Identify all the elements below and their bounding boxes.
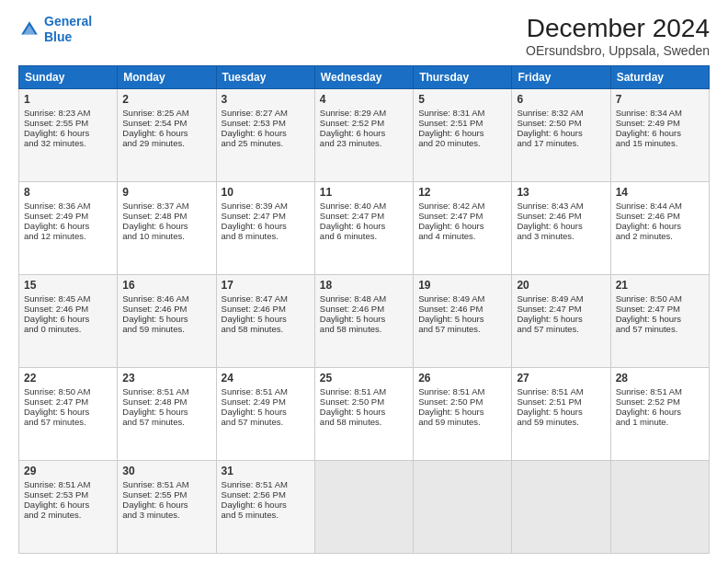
logo-text: General Blue <box>44 14 92 45</box>
day-info-line: and 0 minutes. <box>24 324 112 334</box>
day-info-line: Daylight: 6 hours <box>616 407 704 417</box>
logo: General Blue <box>18 14 92 45</box>
day-info-line: Sunset: 2:50 PM <box>517 118 605 128</box>
day-info-line: Sunset: 2:52 PM <box>320 118 408 128</box>
day-info-line: and 3 minutes. <box>122 510 210 520</box>
day-info-line: and 57 minutes. <box>24 417 112 427</box>
calendar-week-1: 1Sunrise: 8:23 AMSunset: 2:55 PMDaylight… <box>19 89 710 182</box>
calendar-cell: 14Sunrise: 8:44 AMSunset: 2:46 PMDayligh… <box>610 182 709 275</box>
day-info-line: and 17 minutes. <box>517 138 605 148</box>
day-number: 24 <box>222 372 310 385</box>
day-info-line: Daylight: 6 hours <box>122 500 210 510</box>
calendar-cell <box>314 461 413 554</box>
calendar-cell <box>610 461 709 554</box>
day-info-line: Sunset: 2:48 PM <box>122 211 210 221</box>
day-info-line: and 15 minutes. <box>616 138 704 148</box>
day-info-line: Sunrise: 8:27 AM <box>222 108 310 118</box>
day-number: 12 <box>418 186 506 199</box>
day-info-line: Daylight: 6 hours <box>122 221 210 231</box>
calendar-cell: 18Sunrise: 8:48 AMSunset: 2:46 PMDayligh… <box>314 275 413 368</box>
calendar-week-3: 15Sunrise: 8:45 AMSunset: 2:46 PMDayligh… <box>19 275 710 368</box>
day-info-line: Daylight: 5 hours <box>24 407 112 417</box>
day-info-line: Sunrise: 8:51 AM <box>222 386 310 396</box>
day-number: 21 <box>616 279 704 292</box>
day-info-line: Daylight: 6 hours <box>418 221 506 231</box>
logo-line1: General <box>44 14 92 29</box>
day-info-line: Sunset: 2:50 PM <box>320 396 408 407</box>
day-info-line: Sunrise: 8:50 AM <box>24 386 112 396</box>
day-info-line: Sunrise: 8:49 AM <box>517 293 605 304</box>
day-info-line: Sunset: 2:51 PM <box>517 396 605 407</box>
day-number: 23 <box>122 372 210 385</box>
day-number: 6 <box>517 93 605 106</box>
day-number: 2 <box>122 93 210 106</box>
day-info-line: Daylight: 6 hours <box>616 128 704 138</box>
calendar-week-5: 29Sunrise: 8:51 AMSunset: 2:53 PMDayligh… <box>19 461 710 554</box>
day-info-line: Sunset: 2:49 PM <box>616 118 704 128</box>
day-info-line: Daylight: 5 hours <box>222 407 310 417</box>
day-info-line: and 8 minutes. <box>222 231 310 241</box>
calendar-cell: 20Sunrise: 8:49 AMSunset: 2:47 PMDayligh… <box>512 275 610 368</box>
calendar-cell: 26Sunrise: 8:51 AMSunset: 2:50 PMDayligh… <box>414 368 512 461</box>
day-info-line: Sunset: 2:47 PM <box>517 304 605 314</box>
day-number: 10 <box>222 186 310 199</box>
calendar-cell: 1Sunrise: 8:23 AMSunset: 2:55 PMDaylight… <box>19 89 118 182</box>
day-info-line: Sunset: 2:52 PM <box>616 396 704 407</box>
day-info-line: Sunset: 2:47 PM <box>418 211 506 221</box>
day-header-saturday: Saturday <box>610 66 709 89</box>
day-info-line: Sunrise: 8:40 AM <box>320 201 408 211</box>
day-number: 11 <box>320 186 408 199</box>
day-info-line: and 57 minutes. <box>418 324 506 334</box>
day-info-line: and 58 minutes. <box>320 417 408 427</box>
calendar-cell: 2Sunrise: 8:25 AMSunset: 2:54 PMDaylight… <box>118 89 216 182</box>
day-info-line: Sunrise: 8:31 AM <box>418 108 506 118</box>
day-number: 3 <box>222 93 310 106</box>
day-info-line: and 2 minutes. <box>616 231 704 241</box>
calendar-cell: 23Sunrise: 8:51 AMSunset: 2:48 PMDayligh… <box>118 368 216 461</box>
day-info-line: Sunrise: 8:51 AM <box>616 386 704 396</box>
day-info-line: Sunset: 2:46 PM <box>517 211 605 221</box>
calendar-cell: 6Sunrise: 8:32 AMSunset: 2:50 PMDaylight… <box>512 89 610 182</box>
day-info-line: and 57 minutes. <box>222 417 310 427</box>
day-number: 20 <box>517 279 605 292</box>
subtitle: OErsundsbro, Uppsala, Sweden <box>526 43 710 58</box>
day-info-line: Daylight: 6 hours <box>24 221 112 231</box>
day-number: 5 <box>418 93 506 106</box>
day-header-sunday: Sunday <box>19 66 118 89</box>
day-info-line: Daylight: 6 hours <box>418 128 506 138</box>
day-info-line: Sunrise: 8:51 AM <box>517 386 605 396</box>
calendar-cell <box>414 461 512 554</box>
day-info-line: and 57 minutes. <box>517 324 605 334</box>
day-number: 15 <box>24 279 112 292</box>
calendar-cell: 11Sunrise: 8:40 AMSunset: 2:47 PMDayligh… <box>314 182 413 275</box>
day-number: 1 <box>24 93 112 106</box>
day-info-line: Daylight: 6 hours <box>222 221 310 231</box>
calendar: SundayMondayTuesdayWednesdayThursdayFrid… <box>18 65 710 554</box>
day-info-line: and 3 minutes. <box>517 231 605 241</box>
day-number: 27 <box>517 372 605 385</box>
day-info-line: Sunset: 2:56 PM <box>222 489 310 500</box>
day-info-line: Daylight: 6 hours <box>24 128 112 138</box>
day-info-line: and 57 minutes. <box>616 324 704 334</box>
day-info-line: Sunrise: 8:51 AM <box>122 479 210 489</box>
day-info-line: and 32 minutes. <box>24 138 112 148</box>
day-info-line: Sunset: 2:50 PM <box>418 396 506 407</box>
day-info-line: Sunset: 2:51 PM <box>418 118 506 128</box>
day-info-line: Sunset: 2:47 PM <box>222 211 310 221</box>
day-number: 4 <box>320 93 408 106</box>
day-header-friday: Friday <box>512 66 610 89</box>
day-info-line: and 29 minutes. <box>122 138 210 148</box>
day-number: 30 <box>122 465 210 477</box>
title-block: December 2024 OErsundsbro, Uppsala, Swed… <box>526 14 710 58</box>
day-info-line: and 10 minutes. <box>122 231 210 241</box>
day-info-line: and 57 minutes. <box>122 417 210 427</box>
day-info-line: Daylight: 5 hours <box>517 314 605 324</box>
day-info-line: Sunrise: 8:45 AM <box>24 293 112 304</box>
day-number: 18 <box>320 279 408 292</box>
day-info-line: Sunrise: 8:34 AM <box>616 108 704 118</box>
day-info-line: Sunset: 2:48 PM <box>122 396 210 407</box>
day-info-line: Daylight: 5 hours <box>320 314 408 324</box>
day-header-monday: Monday <box>118 66 216 89</box>
day-info-line: Daylight: 5 hours <box>122 314 210 324</box>
day-number: 17 <box>222 279 310 292</box>
